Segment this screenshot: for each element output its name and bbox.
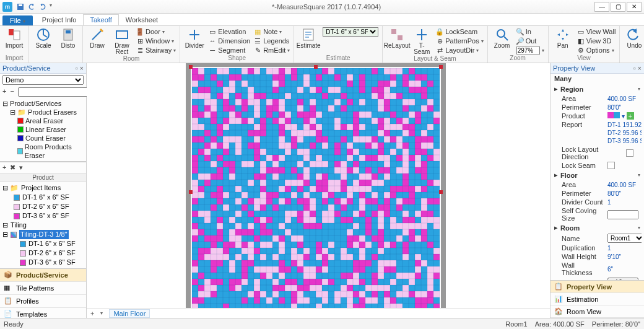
options-button[interactable]: ⚙Options ▾ bbox=[577, 46, 616, 55]
floor-menu-icon[interactable]: ▾ bbox=[100, 310, 103, 316]
patternpos-button[interactable]: ⊕PatternPos ▾ bbox=[436, 37, 483, 45]
lock-seam-checkbox[interactable] bbox=[607, 162, 615, 169]
tree-expand-icon[interactable]: + bbox=[2, 87, 6, 97]
zoom-out-button[interactable]: 🔎Out bbox=[516, 37, 544, 45]
tab-worksheet[interactable]: Worksheet bbox=[119, 14, 165, 25]
window-button[interactable]: ⊞Window ▾ bbox=[136, 37, 176, 45]
svg-rect-14 bbox=[391, 29, 396, 34]
elevation-button[interactable]: ▭Elevation bbox=[209, 27, 250, 36]
dimension-button[interactable]: ↔Dimension bbox=[209, 37, 250, 45]
list-item[interactable]: DT-3 6" x 6" SF bbox=[2, 258, 84, 267]
tiling-highlight[interactable]: ⊟ Tiling-DT-3 1/8" bbox=[2, 230, 84, 239]
estimate-button[interactable]: Estimate bbox=[298, 27, 319, 49]
canvas-area: + ▾ Main Floor bbox=[87, 63, 550, 318]
group-room[interactable]: ▸ Room▾ bbox=[550, 222, 644, 233]
rnav-room-view[interactable]: 🏠Room View bbox=[550, 305, 644, 318]
lockseam-button[interactable]: 🔒LockSeam bbox=[436, 27, 483, 36]
divider-button[interactable]: Divider bbox=[184, 27, 205, 49]
minimize-button[interactable]: — bbox=[594, 2, 609, 12]
status-perimeter: Perimeter: 80'0" bbox=[592, 320, 640, 328]
floor-tab-main[interactable]: Main Floor bbox=[109, 309, 150, 318]
tab-projectinfo[interactable]: Project Info bbox=[35, 14, 84, 25]
segment-button[interactable]: ─Segment bbox=[209, 46, 250, 55]
rmedit-button[interactable]: ✎RmEdit ▾ bbox=[254, 46, 290, 55]
list-item[interactable]: DT-1 6" x 6" SF bbox=[2, 239, 84, 248]
list-item[interactable]: DT-3 6" x 6" SF bbox=[2, 211, 84, 221]
tiling-hdr[interactable]: ⊟ Tiling bbox=[2, 221, 84, 230]
file-tab[interactable]: File ▾ bbox=[2, 15, 33, 25]
svg-rect-7 bbox=[116, 31, 128, 38]
door-button[interactable]: 🚪Door ▾ bbox=[136, 27, 176, 36]
product-service-combo[interactable]: Demo bbox=[2, 75, 84, 85]
drawing-canvas[interactable] bbox=[87, 63, 550, 308]
lock-layout-checkbox[interactable] bbox=[626, 149, 633, 157]
group-floor[interactable]: ▸ Floor▾ bbox=[550, 170, 644, 180]
svg-point-18 bbox=[497, 30, 505, 37]
legends-button[interactable]: ☰Legends bbox=[254, 37, 290, 45]
app-logo: m bbox=[2, 2, 12, 12]
undo-button[interactable]: Undo bbox=[624, 27, 644, 49]
tree-item[interactable]: Linear Eraser bbox=[2, 125, 84, 134]
qat-dropdown-icon[interactable]: ▾ bbox=[50, 2, 58, 11]
tree-item[interactable]: Areal Eraser bbox=[2, 116, 84, 125]
panel-pin-icon[interactable]: ▫ bbox=[76, 64, 78, 72]
nav-tile-patterns[interactable]: ▦Tile Patterns bbox=[0, 282, 86, 295]
ribbon-tabs: File ▾ Project Info Takeoff Worksheet bbox=[0, 14, 644, 26]
right-panel: Property View▫× Many ▸ Region▾ Area400.0… bbox=[550, 63, 644, 318]
layoutdir-button[interactable]: ⇄LayoutDir ▾ bbox=[436, 46, 483, 55]
nav-product-service[interactable]: 📦Product/Service bbox=[0, 269, 86, 282]
left-panel-header: Product/Service ▫× bbox=[0, 63, 86, 74]
project-items-hdr[interactable]: ⊟ 📁 Project Items bbox=[2, 183, 84, 193]
close-button[interactable]: ✕ bbox=[627, 2, 642, 12]
statusbar: Ready Room1 Area: 400.00 SF Perimeter: 8… bbox=[0, 318, 644, 329]
tseam-button[interactable]: T-Seam bbox=[411, 27, 432, 55]
rnav-estimation[interactable]: 📊Estimation bbox=[550, 293, 644, 305]
room-name-select[interactable]: Room1 bbox=[607, 234, 642, 243]
tree-item[interactable]: Count Eraser bbox=[2, 134, 84, 143]
disto-button[interactable]: Disto bbox=[58, 27, 79, 49]
svg-rect-15 bbox=[398, 35, 402, 40]
maximize-button[interactable]: ▢ bbox=[611, 2, 625, 12]
self-coving-input[interactable] bbox=[607, 210, 638, 219]
import-button[interactable]: Import bbox=[4, 27, 25, 49]
zoom-in-button[interactable]: 🔍In bbox=[516, 27, 544, 36]
svg-rect-1 bbox=[19, 4, 22, 6]
estimate-product-combo[interactable]: DT-1 6" x 6" SF bbox=[323, 27, 378, 37]
qat-undo-icon[interactable] bbox=[27, 2, 36, 11]
list-item[interactable]: DT-1 6" x 6" SF bbox=[2, 193, 84, 202]
qat-save-icon[interactable] bbox=[16, 2, 25, 11]
property-list: Many ▸ Region▾ Area400.00 SF Perimeter80… bbox=[550, 74, 644, 280]
nav-profiles[interactable]: 📋Profiles bbox=[0, 295, 86, 308]
tree-item[interactable]: Room Products Eraser bbox=[2, 143, 84, 160]
qat-redo-icon[interactable] bbox=[38, 2, 47, 11]
pan-button[interactable]: Pan bbox=[552, 27, 573, 49]
stairway-button[interactable]: ≣Stairway ▾ bbox=[136, 46, 176, 55]
product-tree: ⊟ Product/Services ⊟ 📁 Product Erasers A… bbox=[0, 98, 86, 161]
titlebar: m ▾ *-MeasureSquare 2017 (1.0.7.4904) — … bbox=[0, 0, 644, 14]
viewwall-button[interactable]: ▭View Wall bbox=[577, 27, 616, 36]
list-item[interactable]: DT-2 6" x 6" SF bbox=[2, 202, 84, 211]
scale-button[interactable]: Scale bbox=[33, 27, 54, 49]
draw-button[interactable]: Draw bbox=[87, 27, 108, 49]
ribbon-group-import: Import Import bbox=[0, 26, 29, 63]
left-nav: 📦Product/Service ▦Tile Patterns 📋Profile… bbox=[0, 268, 86, 318]
svg-rect-2 bbox=[9, 29, 14, 35]
svg-line-19 bbox=[504, 37, 508, 40]
floor-add-icon[interactable]: + bbox=[90, 310, 94, 317]
nav-templates[interactable]: 📄Templates bbox=[0, 308, 86, 318]
zoom-button[interactable]: Zoom bbox=[492, 27, 513, 49]
tree-erasers[interactable]: ⊟ 📁 Product Erasers bbox=[2, 108, 84, 116]
panel-close-icon[interactable]: × bbox=[80, 64, 84, 72]
relayout-button[interactable]: ReLayout bbox=[386, 27, 407, 49]
zoom-pct[interactable]: ▾ bbox=[516, 46, 544, 55]
svg-rect-3 bbox=[14, 31, 20, 40]
tab-takeoff[interactable]: Takeoff bbox=[83, 14, 118, 25]
rnav-property-view[interactable]: 📋Property View bbox=[550, 281, 644, 293]
group-region[interactable]: ▸ Region▾ bbox=[550, 84, 644, 94]
tree-collapse-icon[interactable]: − bbox=[10, 87, 14, 97]
list-item[interactable]: DT-2 6" x 6" SF bbox=[2, 248, 84, 258]
tree-root[interactable]: ⊟ Product/Services bbox=[2, 99, 84, 108]
drawrect-button[interactable]: Draw Rect bbox=[111, 27, 133, 55]
view3d-button[interactable]: ◧View 3D bbox=[577, 37, 616, 45]
note-button[interactable]: ▦Note ▾ bbox=[254, 27, 290, 36]
